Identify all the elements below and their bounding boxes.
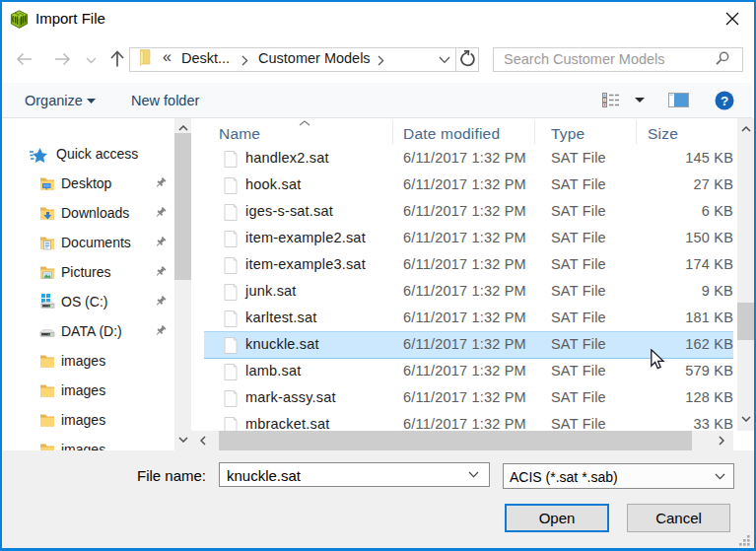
svg-text:?: ? bbox=[721, 94, 728, 108]
